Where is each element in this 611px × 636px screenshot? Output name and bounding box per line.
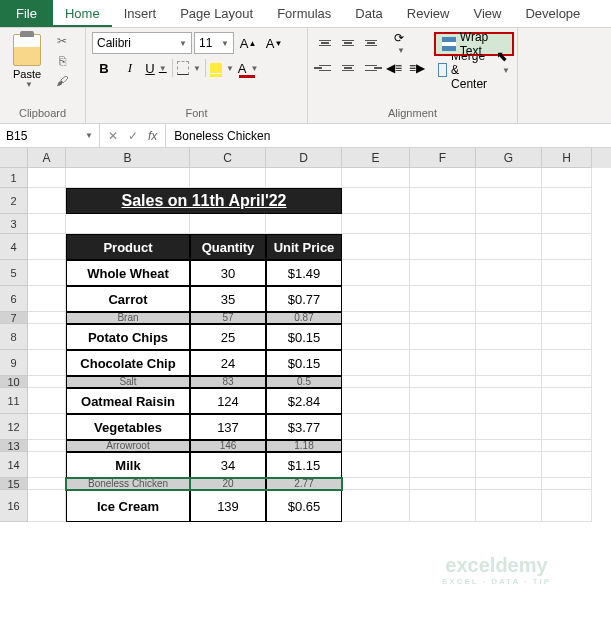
row-header-14[interactable]: 14 xyxy=(0,452,28,478)
cell-G15[interactable] xyxy=(476,478,542,490)
cell-F13[interactable] xyxy=(410,440,476,452)
align-middle-button[interactable] xyxy=(337,32,359,54)
cell-G13[interactable] xyxy=(476,440,542,452)
fx-icon[interactable]: fx xyxy=(148,129,157,143)
underline-button[interactable]: U▼ xyxy=(144,57,168,79)
cell-G14[interactable] xyxy=(476,452,542,478)
cell-B11[interactable]: Oatmeal Raisin xyxy=(66,388,190,414)
cell-D3[interactable] xyxy=(266,214,342,234)
cell-A7[interactable] xyxy=(28,312,66,324)
fill-color-button[interactable]: ▼ xyxy=(210,57,234,79)
row-header-5[interactable]: 5 xyxy=(0,260,28,286)
col-header-A[interactable]: A xyxy=(28,148,66,168)
cell-G5[interactable] xyxy=(476,260,542,286)
cell-A8[interactable] xyxy=(28,324,66,350)
cell-D9[interactable]: $0.15 xyxy=(266,350,342,376)
cell-C16[interactable]: 139 xyxy=(190,490,266,522)
align-right-button[interactable] xyxy=(360,57,382,79)
col-header-H[interactable]: H xyxy=(542,148,592,168)
cell-A2[interactable] xyxy=(28,188,66,214)
cell-H8[interactable] xyxy=(542,324,592,350)
cell-H14[interactable] xyxy=(542,452,592,478)
cell-D16[interactable]: $0.65 xyxy=(266,490,342,522)
tab-review[interactable]: Review xyxy=(395,0,462,27)
font-name-select[interactable]: Calibri▼ xyxy=(92,32,192,54)
font-size-select[interactable]: 11▼ xyxy=(194,32,234,54)
col-header-F[interactable]: F xyxy=(410,148,476,168)
cell-D11[interactable]: $2.84 xyxy=(266,388,342,414)
cell-E12[interactable] xyxy=(342,414,410,440)
cell-C7[interactable]: 57 xyxy=(190,312,266,324)
cell-B2[interactable]: Sales on 11th April'22 xyxy=(66,188,342,214)
cell-A5[interactable] xyxy=(28,260,66,286)
cell-C9[interactable]: 24 xyxy=(190,350,266,376)
cell-B14[interactable]: Milk xyxy=(66,452,190,478)
cell-A11[interactable] xyxy=(28,388,66,414)
align-left-button[interactable] xyxy=(314,57,336,79)
cell-F10[interactable] xyxy=(410,376,476,388)
cell-E5[interactable] xyxy=(342,260,410,286)
row-header-12[interactable]: 12 xyxy=(0,414,28,440)
cell-G11[interactable] xyxy=(476,388,542,414)
cell-D4[interactable]: Unit Price xyxy=(266,234,342,260)
cell-B13[interactable]: Arrowroot xyxy=(66,440,190,452)
tab-file[interactable]: File xyxy=(0,0,53,27)
cell-A6[interactable] xyxy=(28,286,66,312)
cell-B5[interactable]: Whole Wheat xyxy=(66,260,190,286)
cell-E11[interactable] xyxy=(342,388,410,414)
cell-C11[interactable]: 124 xyxy=(190,388,266,414)
enter-icon[interactable]: ✓ xyxy=(128,129,138,143)
tab-formulas[interactable]: Formulas xyxy=(265,0,343,27)
cell-H6[interactable] xyxy=(542,286,592,312)
tab-insert[interactable]: Insert xyxy=(112,0,169,27)
cell-E14[interactable] xyxy=(342,452,410,478)
cell-F1[interactable] xyxy=(410,168,476,188)
cell-E2[interactable] xyxy=(342,188,410,214)
cell-G10[interactable] xyxy=(476,376,542,388)
cell-H5[interactable] xyxy=(542,260,592,286)
row-header-2[interactable]: 2 xyxy=(0,188,28,214)
cell-B1[interactable] xyxy=(66,168,190,188)
cell-D6[interactable]: $0.77 xyxy=(266,286,342,312)
cell-B6[interactable]: Carrot xyxy=(66,286,190,312)
tab-developer[interactable]: Develope xyxy=(513,0,592,27)
cell-C14[interactable]: 34 xyxy=(190,452,266,478)
cell-A16[interactable] xyxy=(28,490,66,522)
cell-E8[interactable] xyxy=(342,324,410,350)
cell-F15[interactable] xyxy=(410,478,476,490)
cell-F9[interactable] xyxy=(410,350,476,376)
cells-area[interactable]: Sales on 11th April'22ProductQuantityUni… xyxy=(28,168,611,636)
row-header-13[interactable]: 13 xyxy=(0,440,28,452)
cell-D1[interactable] xyxy=(266,168,342,188)
row-header-1[interactable]: 1 xyxy=(0,168,28,188)
cell-E4[interactable] xyxy=(342,234,410,260)
cell-H15[interactable] xyxy=(542,478,592,490)
cell-B15[interactable]: Boneless Chicken xyxy=(66,478,190,490)
cell-D8[interactable]: $0.15 xyxy=(266,324,342,350)
cell-E3[interactable] xyxy=(342,214,410,234)
cell-H9[interactable] xyxy=(542,350,592,376)
cell-E6[interactable] xyxy=(342,286,410,312)
tab-page-layout[interactable]: Page Layout xyxy=(168,0,265,27)
row-header-9[interactable]: 9 xyxy=(0,350,28,376)
row-header-6[interactable]: 6 xyxy=(0,286,28,312)
cell-E1[interactable] xyxy=(342,168,410,188)
tab-home[interactable]: Home xyxy=(53,0,112,27)
cell-F3[interactable] xyxy=(410,214,476,234)
cell-E15[interactable] xyxy=(342,478,410,490)
cell-G12[interactable] xyxy=(476,414,542,440)
cell-E13[interactable] xyxy=(342,440,410,452)
cell-E7[interactable] xyxy=(342,312,410,324)
cell-A12[interactable] xyxy=(28,414,66,440)
cell-A3[interactable] xyxy=(28,214,66,234)
cell-G2[interactable] xyxy=(476,188,542,214)
cell-C8[interactable]: 25 xyxy=(190,324,266,350)
cell-C4[interactable]: Quantity xyxy=(190,234,266,260)
border-button[interactable]: ▼ xyxy=(177,57,201,79)
merge-center-button[interactable]: Merge & Center ▼ xyxy=(434,58,514,82)
col-header-B[interactable]: B xyxy=(66,148,190,168)
cell-D5[interactable]: $1.49 xyxy=(266,260,342,286)
cell-B4[interactable]: Product xyxy=(66,234,190,260)
cell-B3[interactable] xyxy=(66,214,190,234)
cell-H11[interactable] xyxy=(542,388,592,414)
